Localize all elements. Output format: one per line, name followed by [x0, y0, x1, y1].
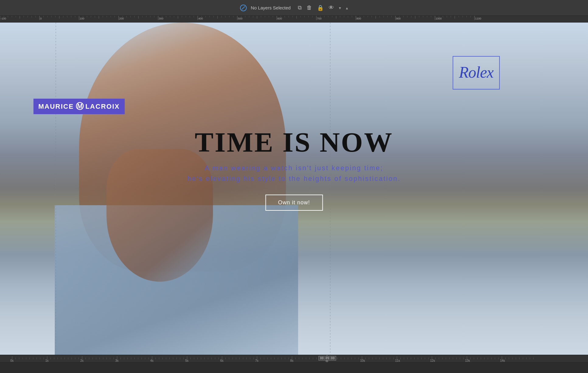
subtitle-line1: A man wearing a watch isn't just keeping…	[0, 163, 588, 173]
lock-icon[interactable]: 🔒	[317, 5, 324, 11]
timeline: 00:09:00	[0, 355, 588, 373]
canvas-area[interactable]: Rolex MAURICE Ⓜ LACROIX TIME IS NOW A ma…	[0, 23, 588, 355]
maurice-lacroix-logo[interactable]: MAURICE Ⓜ LACROIX	[33, 99, 125, 114]
delete-icon[interactable]: 🗑	[307, 5, 312, 11]
ml-lacroix-text: LACROIX	[85, 103, 120, 111]
visibility-icon[interactable]: 👁	[329, 5, 334, 11]
copy-icon[interactable]: ⧉	[298, 5, 302, 11]
no-layers-icon	[240, 5, 247, 11]
timeline-ruler: 00:09:00	[0, 355, 588, 363]
toolbar: No Layers Selected ⧉ 🗑 🔒 👁 ▾ ▴	[0, 0, 588, 16]
toolbar-center: No Layers Selected ⧉ 🗑 🔒 👁 ▾ ▴	[240, 5, 348, 11]
chevron-up-icon[interactable]: ▴	[346, 5, 348, 10]
no-layers-label: No Layers Selected	[251, 5, 291, 10]
hero-background	[0, 23, 588, 355]
timeline-track[interactable]	[0, 363, 588, 373]
cta-button[interactable]: Own it now!	[265, 195, 323, 211]
toolbar-actions: ⧉ 🗑 🔒 👁 ▾ ▴	[298, 5, 348, 11]
playhead-time: 00:09:00	[318, 356, 336, 361]
subtitle-text: A man wearing a watch isn't just keeping…	[0, 163, 588, 184]
headline-text: TIME IS NOW	[0, 126, 588, 158]
subtitle-line2: he's elevating his style to the heights …	[0, 173, 588, 184]
horizontal-ruler	[0, 16, 588, 23]
rolex-logo[interactable]: Rolex	[453, 55, 500, 89]
ml-m-symbol: Ⓜ	[76, 101, 84, 112]
ml-logo-text: MAURICE	[38, 103, 74, 111]
chevron-down-icon[interactable]: ▾	[339, 5, 341, 10]
